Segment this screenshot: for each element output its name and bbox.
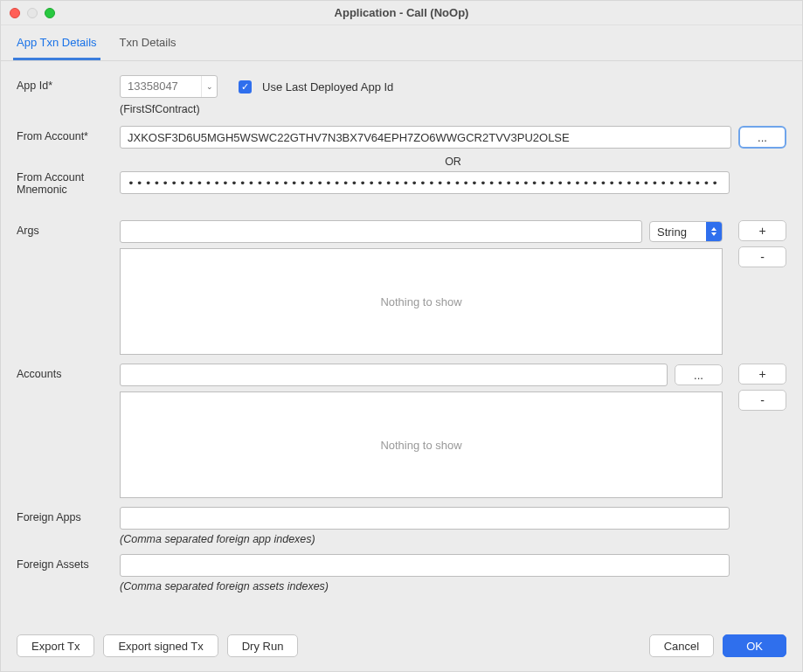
tab-app-txn-details[interactable]: App Txn Details (13, 25, 100, 60)
ok-button[interactable]: OK (723, 634, 786, 657)
zoom-window-button[interactable] (45, 8, 55, 18)
chevron-down-icon: ⌄ (201, 76, 217, 97)
row-foreign-assets: Foreign Assets (Comma separated foreign … (17, 554, 786, 592)
use-last-deployed-checkbox[interactable]: ✓ (239, 80, 252, 94)
args-empty-text: Nothing to show (380, 295, 461, 308)
args-type-value: String (650, 225, 706, 239)
accounts-input[interactable] (120, 364, 668, 386)
label-from-account: From Account* (17, 126, 120, 142)
row-accounts: Accounts ... Nothing to show + - (17, 364, 786, 498)
label-foreign-assets: Foreign Assets (17, 554, 120, 571)
traffic-lights (10, 8, 55, 18)
from-account-browse-button[interactable]: ... (738, 126, 786, 149)
label-app-id: App Id* (17, 75, 120, 92)
args-listbox[interactable]: Nothing to show (120, 248, 723, 355)
label-foreign-apps: Foreign Apps (17, 507, 120, 523)
dialog-footer: Export Tx Export signed Tx Dry Run Cance… (1, 624, 802, 671)
row-from-mnemonic: From Account Mnemonic (17, 171, 786, 196)
from-mnemonic-input[interactable] (120, 171, 730, 194)
row-foreign-apps: Foreign Apps (Comma separated foreign ap… (17, 507, 786, 545)
accounts-add-button[interactable]: + (738, 364, 786, 384)
dry-run-button[interactable]: Dry Run (227, 634, 299, 657)
minimize-window-button (27, 8, 38, 18)
export-signed-tx-button[interactable]: Export signed Tx (103, 634, 218, 657)
window-title: Application - Call (NoOp) (8, 6, 795, 19)
label-accounts: Accounts (17, 364, 120, 380)
tabs-bar: App Txn Details Txn Details (1, 25, 802, 61)
app-id-combo[interactable]: 13358047 ⌄ (120, 75, 218, 98)
accounts-remove-button[interactable]: - (738, 390, 786, 411)
label-args: Args (17, 220, 120, 237)
row-app-id: App Id* 13358047 ⌄ ✓ Use Last Deployed A… (17, 75, 786, 117)
updown-icon (706, 222, 722, 241)
args-remove-button[interactable]: - (738, 246, 786, 267)
row-args: Args String (17, 220, 786, 355)
contract-name-label: (FirstSfContract) (120, 103, 786, 115)
foreign-apps-hint: (Comma separated foreign app indexes) (120, 533, 730, 545)
args-input[interactable] (120, 220, 642, 243)
form-content: App Id* 13358047 ⌄ ✓ Use Last Deployed A… (1, 61, 802, 624)
args-type-select[interactable]: String (649, 221, 723, 242)
row-from-account: From Account* ... OR (17, 126, 786, 171)
tab-txn-details[interactable]: Txn Details (116, 25, 180, 60)
accounts-empty-text: Nothing to show (380, 439, 461, 452)
app-id-value: 13358047 (121, 76, 201, 97)
or-separator: OR (120, 149, 786, 171)
foreign-assets-hint: (Comma separated foreign assets indexes) (120, 580, 730, 592)
cancel-button[interactable]: Cancel (649, 634, 714, 657)
use-last-deployed-label: Use Last Deployed App Id (262, 80, 393, 94)
titlebar: Application - Call (NoOp) (1, 1, 802, 25)
from-account-input[interactable] (120, 126, 731, 149)
label-from-mnemonic: From Account Mnemonic (17, 171, 120, 196)
args-add-button[interactable]: + (738, 220, 786, 241)
close-window-button[interactable] (10, 8, 20, 18)
foreign-assets-input[interactable] (120, 554, 730, 577)
accounts-browse-button[interactable]: ... (675, 364, 723, 385)
accounts-listbox[interactable]: Nothing to show (120, 391, 723, 498)
application-call-window: Application - Call (NoOp) App Txn Detail… (0, 0, 803, 672)
export-tx-button[interactable]: Export Tx (17, 634, 94, 657)
foreign-apps-input[interactable] (120, 507, 730, 530)
